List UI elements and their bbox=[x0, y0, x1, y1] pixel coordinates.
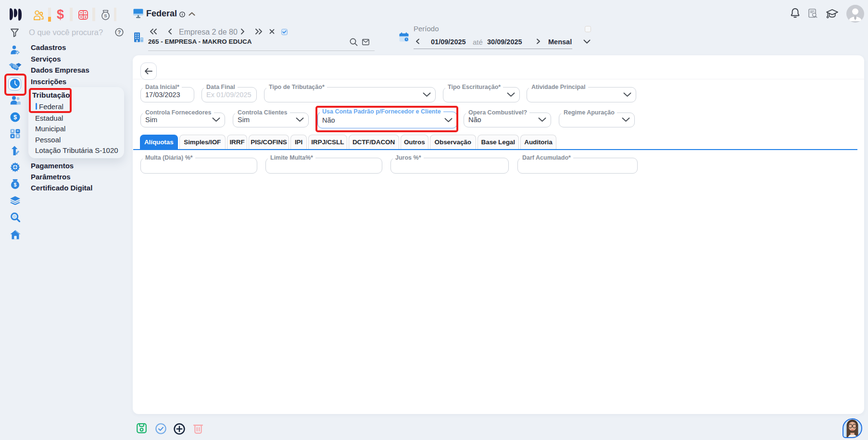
svg-text:?: ? bbox=[118, 29, 121, 35]
svg-text:$: $ bbox=[14, 182, 17, 188]
svg-text:S: S bbox=[104, 13, 107, 18]
svg-text:$: $ bbox=[13, 113, 17, 121]
